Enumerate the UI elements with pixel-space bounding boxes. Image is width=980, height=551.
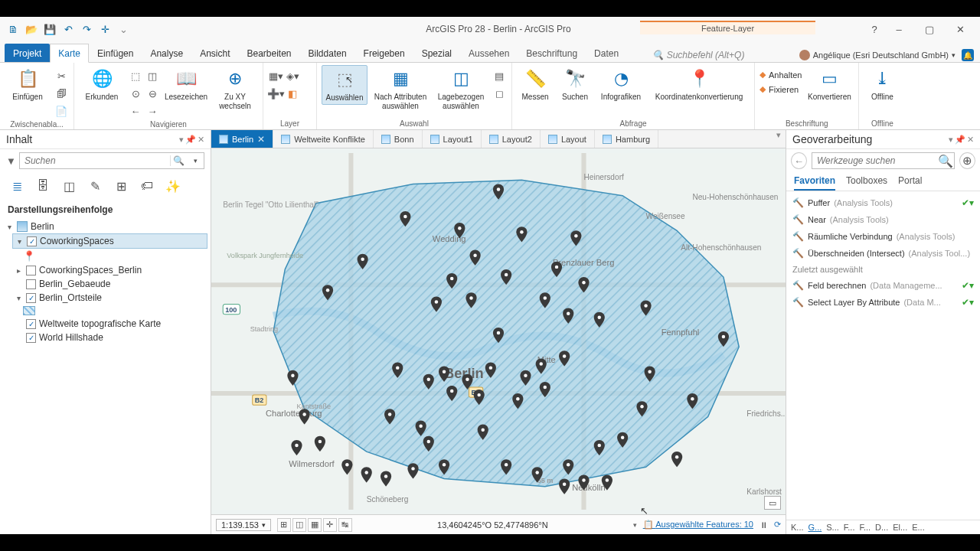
select-by-location-button[interactable]: ◫ Lagebezogen auswählen [433, 65, 488, 110]
command-search[interactable]: 🔍 Suchbefehl (Alt+Q) [648, 48, 793, 62]
close-tab-icon[interactable]: ✕ [257, 134, 265, 145]
search-icon[interactable]: 🔍 [170, 155, 187, 166]
tab-aussehen[interactable]: Aussehen [460, 44, 518, 62]
save-icon[interactable]: 💾 [43, 22, 57, 36]
gp-tool-near[interactable]: 🔨Near (Analysis Tools) [791, 211, 975, 228]
maximize-button[interactable]: ▢ [916, 20, 943, 38]
view-tab-hamburg[interactable]: Hamburg [595, 130, 658, 148]
clear-sel-icon[interactable]: ◻ [492, 86, 507, 101]
gp-tab-toolboxes[interactable]: Toolboxes [846, 175, 887, 191]
close-pane-icon[interactable]: ✕ [967, 135, 974, 145]
layer-hillshade[interactable]: ▸✓World Hillshade [12, 331, 207, 344]
gp-tool-intersect[interactable]: 🔨Überschneiden (Intersect) (Analysis Too… [791, 245, 975, 262]
prev-extent-icon[interactable]: ← [128, 103, 143, 119]
next-extent-icon[interactable]: → [145, 103, 160, 119]
list-by-snapping-icon[interactable]: ⊞ [112, 177, 130, 195]
layer-swatch[interactable] [21, 305, 207, 317]
docked-tab[interactable]: K... [791, 523, 804, 532]
list-by-drawing-icon[interactable]: ≣ [8, 177, 26, 195]
list-by-source-icon[interactable]: 🗄 [34, 177, 52, 195]
dropdown-icon[interactable]: ▾ [179, 135, 184, 145]
layer-basemap-topo[interactable]: ▸✓Weltweite topografische Karte [12, 317, 207, 331]
layer-berlin-gebaeude[interactable]: ▸Berlin_Gebaeude [12, 277, 207, 291]
convert-labels-button[interactable]: ▭ Konvertieren [805, 65, 854, 102]
view-tab-layout[interactable]: Layout [541, 130, 595, 148]
checkbox-icon[interactable] [26, 279, 36, 289]
infographics-button[interactable]: ◔ Infografiken [596, 65, 645, 102]
pin-icon[interactable]: 📌 [185, 135, 196, 145]
gp-search-input[interactable] [812, 155, 937, 166]
checkbox-icon[interactable]: ✓ [26, 293, 36, 303]
gp-tool-selectbyattr[interactable]: 🔨Select Layer By Attribute (Data M...✔▾ [791, 294, 975, 311]
copy-path-icon[interactable]: 📄 [54, 103, 69, 119]
measure-button[interactable]: 📏 Messen [517, 65, 554, 102]
search-dropdown-icon[interactable]: ▾ [187, 157, 204, 165]
redo-icon[interactable]: ↷ [80, 22, 93, 36]
docked-tab[interactable]: El... [893, 523, 907, 532]
copy-icon[interactable]: 🗐 [54, 86, 69, 101]
add-graphics-icon[interactable]: ◧ [285, 86, 300, 101]
fixed-zoom-in-icon[interactable]: ⊙ [128, 86, 143, 101]
pause-draw-icon[interactable]: ⏸ [760, 520, 768, 530]
coord-conversion-button[interactable]: 📍 Koordinatenkonvertierung [648, 65, 750, 102]
tab-ansicht[interactable]: Ansicht [191, 44, 238, 62]
fixed-zoom-out-icon[interactable]: ⊖ [145, 86, 160, 101]
list-by-perf-icon[interactable]: ✨ [164, 177, 182, 195]
attributes-icon[interactable]: ▤ [492, 68, 507, 83]
tab-spezial[interactable]: Spezial [413, 44, 460, 62]
refresh-icon[interactable]: ✛ [98, 22, 112, 36]
tab-projekt[interactable]: Projekt [5, 44, 50, 62]
list-by-labeling-icon[interactable]: 🏷 [138, 177, 156, 195]
select-button[interactable]: ⬚↖ Auswählen [322, 65, 368, 105]
filter-icon[interactable]: ▼ [6, 155, 16, 167]
view-tab-konflikte[interactable]: Weltweite Konflikte [273, 130, 374, 148]
select-by-attributes-button[interactable]: ▦ Nach Attributen auswählen [371, 65, 430, 110]
pause-labels[interactable]: ◆Anhalten [760, 70, 802, 80]
contents-search[interactable]: 🔍 ▾ [19, 152, 204, 169]
checkbox-icon[interactable] [26, 266, 36, 276]
qat-more-icon[interactable]: ⌄ [116, 22, 130, 36]
overview-toggle-icon[interactable]: ▭ [764, 496, 781, 510]
minimize-button[interactable]: – [885, 20, 913, 38]
docked-tab[interactable]: D... [875, 523, 888, 532]
open-project-icon[interactable]: 📂 [24, 22, 38, 36]
freeze-labels[interactable]: ◆Fixieren [760, 84, 802, 94]
snap5-icon[interactable]: ↹ [338, 518, 352, 532]
paste-button[interactable]: 📋 Einfügen [5, 65, 51, 102]
locate-button[interactable]: 🔭 Suchen [557, 65, 593, 102]
tab-bearbeiten[interactable]: Bearbeiten [238, 44, 299, 62]
add-tool-icon[interactable]: ⊕ [959, 152, 975, 169]
dropdown-icon[interactable]: ▾ [949, 135, 953, 145]
new-project-icon[interactable]: 🗎 [6, 22, 20, 36]
layer-symbol[interactable]: 📍 [21, 249, 207, 263]
tab-karte[interactable]: Karte [50, 44, 89, 63]
back-icon[interactable]: ← [791, 152, 807, 169]
goto-xy-button[interactable]: ⊕ Zu XY wechseln [212, 65, 258, 110]
docked-tab[interactable]: G... [808, 523, 822, 532]
snap4-icon[interactable]: ✛ [323, 518, 337, 532]
layer-coworkingspaces[interactable]: ▾✓CoworkingSpaces [12, 233, 207, 249]
tab-overflow-icon[interactable]: ▾ [772, 130, 786, 148]
close-pane-icon[interactable]: ✕ [198, 135, 204, 145]
checkbox-icon[interactable]: ✓ [27, 236, 37, 246]
explore-button[interactable]: 🌐 Erkunden [79, 65, 125, 102]
gp-search[interactable]: 🔍 [812, 152, 955, 169]
snap2-icon[interactable]: ◫ [292, 518, 306, 532]
docked-tab[interactable]: E... [912, 523, 925, 532]
gp-tab-portal[interactable]: Portal [898, 175, 922, 191]
gp-tool-calcfield[interactable]: 🔨Feld berechnen (Data Manageme...✔▾ [791, 277, 975, 294]
tab-beschriftung[interactable]: Beschriftung [518, 44, 586, 62]
contents-search-input[interactable] [20, 155, 170, 166]
zoom-sel-icon[interactable]: ◫ [145, 68, 160, 83]
search-icon[interactable]: 🔍 [937, 154, 954, 168]
notifications-icon[interactable]: 🔔 [962, 49, 974, 61]
snap3-icon[interactable]: ▦ [308, 518, 322, 532]
undo-icon[interactable]: ↶ [61, 22, 75, 36]
gp-tool-spatialjoin[interactable]: 🔨Räumliche Verbindung (Analysis Tools) [791, 228, 975, 245]
list-by-editing-icon[interactable]: ✎ [86, 177, 104, 195]
full-extent-icon[interactable]: ⬚ [128, 68, 143, 83]
map-canvas[interactable]: Berlin Mitte Wedding Neukölln Wilmersdor… [211, 148, 786, 514]
gp-tab-favoriten[interactable]: Favoriten [794, 175, 835, 191]
tab-freigeben[interactable]: Freigeben [355, 44, 413, 62]
cut-icon[interactable]: ✂ [54, 68, 69, 83]
